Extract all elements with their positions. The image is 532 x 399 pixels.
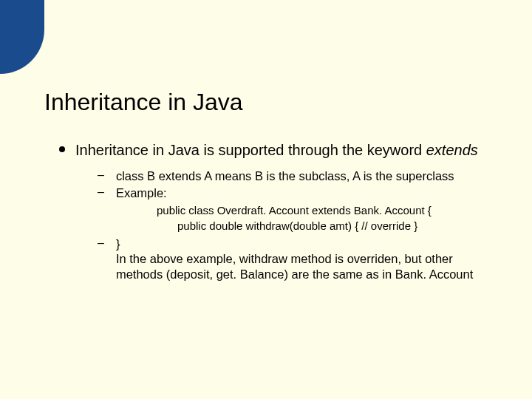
sub-bullet-3-wrap: } In the above example, withdraw method … (116, 236, 495, 282)
sub-bullet-2-text: Example: (116, 185, 167, 201)
sub-bullet-3-text: In the above example, withdraw method is… (116, 251, 495, 282)
main-bullet: Inheritance in Java is supported through… (59, 140, 495, 160)
sub-bullet-2: – Example: (98, 185, 495, 201)
code-line-1: public class Overdraft. Account extends … (157, 203, 495, 218)
dash-icon: – (98, 185, 104, 199)
slide-content: Inheritance in Java is supported through… (59, 140, 495, 284)
main-bullet-keyword: extends (426, 142, 478, 158)
sub-bullet-1-text: class B extends A means B is the subclas… (116, 168, 454, 184)
bullet-icon (59, 146, 65, 152)
main-bullet-text: Inheritance in Java is supported through… (75, 140, 478, 160)
slide-title: Inheritance in Java (44, 89, 243, 116)
sub-bullet-3: – } In the above example, withdraw metho… (98, 236, 495, 282)
code-line-2: public double withdraw(double amt) { // … (157, 219, 495, 233)
code-line-3: } (116, 236, 495, 252)
sub-bullets: – class B extends A means B is the subcl… (98, 168, 495, 282)
code-block: public class Overdraft. Account extends … (157, 203, 495, 233)
main-bullet-part1: Inheritance in Java is supported through… (75, 142, 426, 158)
dash-icon: – (98, 236, 104, 250)
dash-icon: – (98, 168, 104, 182)
sub-bullet-1: – class B extends A means B is the subcl… (98, 168, 495, 184)
corner-accent (0, 0, 44, 74)
